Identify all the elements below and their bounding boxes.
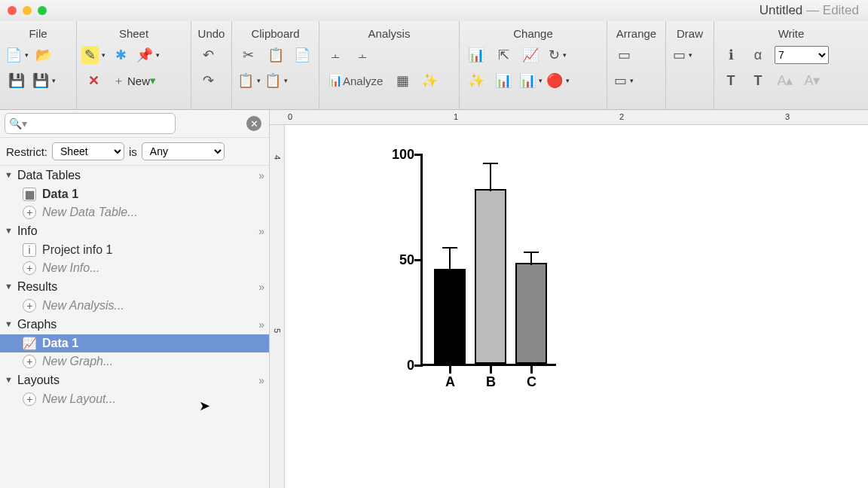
group-label-arrange: Arrange <box>613 24 659 44</box>
cut-button[interactable]: ✂ <box>238 44 259 66</box>
group-label-clipboard: Clipboard <box>238 24 313 44</box>
add-icon: + <box>23 206 36 219</box>
search-icon: 🔍▾ <box>9 117 27 130</box>
analyze-button[interactable]: 📊 Analyze <box>326 70 386 91</box>
search-input[interactable] <box>5 113 176 134</box>
text-tool-2[interactable]: T <box>747 70 769 91</box>
restrict-label: Restrict: <box>6 145 47 158</box>
copy-button[interactable]: 📋 <box>265 44 286 66</box>
nav-item[interactable]: iProject info 1 <box>0 241 269 259</box>
font-size-select[interactable]: 7 <box>775 46 829 64</box>
arrange-1-button[interactable]: ▭ <box>613 44 634 66</box>
nav-item-label: Data 1 <box>42 337 78 350</box>
highlight-button[interactable]: ✎ <box>83 44 104 66</box>
minimize-window-button[interactable] <box>23 6 32 15</box>
navigator: ▼Data Tables»▦Data 1+New Data Table...▼I… <box>0 166 269 488</box>
clipboard-2-button[interactable]: 📋 <box>265 70 286 91</box>
analysis-b-button[interactable]: ⫠ <box>353 44 374 66</box>
new-sheet-button[interactable]: ＋New ▾ <box>110 70 159 91</box>
zoom-window-button[interactable] <box>38 6 47 15</box>
change-6-button[interactable]: 📊 <box>520 70 541 91</box>
nav-item-label: New Data Table... <box>42 206 138 219</box>
nav-item[interactable]: +New Graph... <box>0 352 269 371</box>
restrict-value-select[interactable]: Any <box>142 142 225 160</box>
group-label-write: Write <box>720 24 862 44</box>
toolbar: File 📄 📂 💾 💾 Sheet ✎ ✱ 📌 ✕ ＋New ▾ <box>0 21 868 110</box>
redo-button[interactable]: ↷ <box>197 70 219 91</box>
add-icon: + <box>23 261 36 275</box>
freeze-button[interactable]: ✱ <box>110 44 131 66</box>
open-file-button[interactable]: 📂 <box>33 44 54 66</box>
group-label-sheet: Sheet <box>83 24 185 44</box>
nav-item[interactable]: 📈Data 1 <box>0 334 269 352</box>
add-icon: + <box>23 299 36 313</box>
window-status: — Edited <box>806 3 859 17</box>
font-smaller-button[interactable]: A▾ <box>802 70 823 91</box>
change-3-button[interactable]: 📈 <box>520 44 541 66</box>
analysis-wand-button[interactable]: ✨ <box>419 70 440 91</box>
change-5-button[interactable]: 📊 <box>493 70 514 91</box>
nav-item[interactable]: +New Layout... <box>0 390 269 408</box>
nav-item-label: New Analysis... <box>42 299 124 313</box>
group-label-undo: Undo <box>197 24 225 44</box>
change-wand-button[interactable]: ✨ <box>466 70 487 91</box>
y-tick-label: 100 <box>392 147 414 163</box>
undo-button[interactable]: ↶ <box>197 44 219 66</box>
canvas[interactable]: + 0123 45 050100ABC <box>270 110 868 488</box>
sidebar: 🔍▾ ✕ Restrict: Sheet is Any ▼Data Tables… <box>0 110 270 488</box>
x-tick-label: C <box>527 374 536 390</box>
info-icon: i <box>23 243 36 257</box>
font-bigger-button[interactable]: A▴ <box>775 70 796 91</box>
x-axis <box>420 364 556 366</box>
x-tick-label: B <box>486 374 496 390</box>
text-tool-1[interactable]: T <box>720 70 741 91</box>
analysis-grid-button[interactable]: ▦ <box>392 70 413 91</box>
arrange-2-button[interactable]: ▭ <box>613 70 634 91</box>
paste-button[interactable]: 📄 <box>292 44 313 66</box>
save-as-button[interactable]: 💾 <box>33 70 54 91</box>
window-title: Untitled — Edited <box>760 3 859 18</box>
add-icon: + <box>23 392 36 406</box>
bar-A[interactable] <box>434 269 466 364</box>
change-color-button[interactable]: 🔴 <box>547 70 568 91</box>
add-icon: + <box>23 355 36 368</box>
pin-button[interactable]: 📌 <box>137 44 158 66</box>
nav-item[interactable]: +New Info... <box>0 259 269 277</box>
window-controls <box>0 6 47 15</box>
nav-section-data-tables[interactable]: ▼Data Tables» <box>0 166 269 185</box>
restrict-row: Restrict: Sheet is Any <box>0 138 269 166</box>
nav-section-results[interactable]: ▼Results» <box>0 277 269 297</box>
change-1-button[interactable]: 📊 <box>466 44 487 66</box>
info-button[interactable]: ℹ <box>720 44 741 66</box>
change-2-button[interactable]: ⇱ <box>493 44 514 66</box>
draw-rect-button[interactable]: ▭ <box>672 44 693 66</box>
delete-button[interactable]: ✕ <box>83 70 104 91</box>
nav-item[interactable]: ▦Data 1 <box>0 185 269 203</box>
new-file-button[interactable]: 📄 <box>6 44 27 66</box>
nav-section-info[interactable]: ▼Info» <box>0 221 269 241</box>
nav-item-label: New Info... <box>42 261 99 275</box>
change-4-button[interactable]: ↻ <box>547 44 568 66</box>
y-tick-label: 0 <box>407 358 414 374</box>
ruler-vertical: 45 <box>270 125 285 488</box>
save-button[interactable]: 💾 <box>6 70 27 91</box>
bar-chart[interactable]: 050100ABC <box>322 148 579 404</box>
analysis-a-button[interactable]: ⫠ <box>326 44 347 66</box>
clipboard-1-button[interactable]: 📋 <box>238 70 259 91</box>
bar-B[interactable] <box>475 189 506 364</box>
restrict-is: is <box>129 145 137 158</box>
clear-search-button[interactable]: ✕ <box>246 116 261 131</box>
bar-C[interactable] <box>515 263 547 364</box>
nav-section-layouts[interactable]: ▼Layouts» <box>0 371 269 390</box>
restrict-field-select[interactable]: Sheet <box>52 142 124 160</box>
alpha-button[interactable]: α <box>747 44 769 66</box>
ruler-horizontal: 0123 <box>270 110 868 125</box>
x-tick-label: A <box>445 374 455 390</box>
nav-item[interactable]: +New Data Table... <box>0 203 269 221</box>
nav-item-label: Project info 1 <box>42 243 112 257</box>
nav-section-graphs[interactable]: ▼Graphs» <box>0 315 269 334</box>
close-window-button[interactable] <box>8 6 17 15</box>
table-icon: ▦ <box>23 188 36 201</box>
group-label-draw: Draw <box>672 24 708 44</box>
nav-item[interactable]: +New Analysis... <box>0 297 269 315</box>
